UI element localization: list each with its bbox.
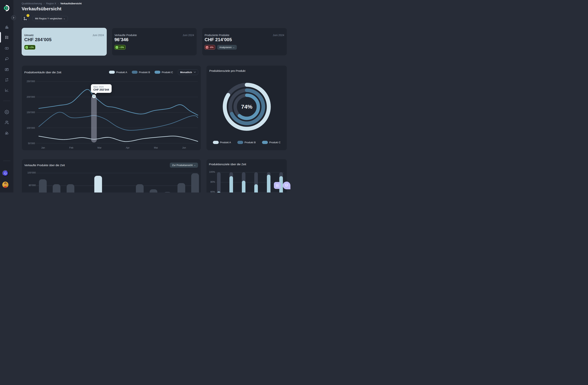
chart-title: Produktionsziele über die Zeit [209,163,284,166]
kpi-card-verkaufte-produkte[interactable]: Verkaufte Produkte Juni 2024 96’346 ↗+3% [112,28,197,56]
dashboard-screen: $ Qualitätssic [0,0,294,192]
sidebar-item-checklist-icon[interactable] [4,35,9,40]
legend-item-produkt-c[interactable]: Produkt C [262,141,280,144]
breadcrumb-item[interactable]: Region X [46,2,56,5]
x-tick-label: Mai [152,146,160,149]
kpi-value: CHF 284’005 [24,37,52,42]
trend-up-icon: ↗ [25,46,28,49]
kpi-period: Juni 2024 [273,34,284,37]
to-product-view-button[interactable]: Zur Produktansicht → [170,163,198,168]
sales-line-chart-card: Produktverkäufe über die Zeit Produkt A … [22,65,201,150]
kpi-label: Verkaufte Produkte [114,34,137,37]
sidebar-expand-button[interactable] [11,15,16,20]
x-tick-label: Jan [39,146,47,149]
kpi-row: Umsatz Juni 2024 CHF 284’005 ↗+2% Verkau… [22,28,287,56]
legend-item-produkt-b[interactable]: Produkt B [237,141,256,144]
legend-swatch [132,71,138,74]
legend-item-produkt-a[interactable]: Produkt A [109,71,127,74]
goal-fill-2[interactable] [230,176,233,192]
compare-region-button[interactable]: Mit Region Y vergleichen → [33,16,68,21]
legend-item-produkt-b[interactable]: Produkt B [132,71,150,74]
goal-fill-5[interactable] [267,175,271,192]
y-tick-label: 50’000 [28,142,35,145]
chat-fab-button[interactable] [283,182,291,189]
y-axis-labels: 250’000200’000150’000100’00050’000 [24,80,35,146]
sidebar-item-sync-icon[interactable] [4,78,9,82]
bell-icon [4,172,7,175]
kpi-delta-badge: ↘-8% [205,45,215,50]
tooltip-date: März 2024 [93,86,109,88]
chart-tooltip: März 2024 CHF 202’344 [91,84,112,93]
grid-line [216,192,284,192]
chart-title: Verkaufte Produkte über die Zeit [24,164,170,167]
breadcrumb-item[interactable]: Qualitätssicherung [22,2,42,5]
tasks-fab-button[interactable] [274,182,281,189]
floating-actions [274,182,291,189]
trend-down-icon: ↘ [206,46,208,49]
sidebar-divider [3,161,10,161]
checklist-icon [275,184,279,187]
kpi-label: Umsatz [24,34,34,37]
sidebar-item-settings-gear-icon[interactable] [4,110,9,114]
header-toolbar: ! Mit Region Y vergleichen → [22,15,68,22]
legend-swatch [154,71,160,74]
analyze-button[interactable]: Analysieren → [217,45,237,50]
breadcrumb-current: Verkaufsübersicht [61,2,82,5]
breadcrumb-separator: › [58,2,59,5]
donut-chart: 74% [221,81,273,133]
chart-legend: Produkt A Produkt B Produkt C [109,71,173,74]
bar-5[interactable] [94,176,102,192]
x-tick-label: Feb [67,146,75,149]
bar-12[interactable] [191,173,199,192]
sidebar-item-bar-chart-icon[interactable] [4,25,9,29]
sidebar-item-users-icon[interactable] [4,120,9,125]
legend-item-produkt-c[interactable]: Produkt C [154,71,173,74]
y-tick-label: 250’000 [27,80,35,83]
bar-9[interactable] [150,189,157,192]
kpi-value: 96’346 [114,37,128,42]
legend-item-produkt-a[interactable]: Produkt A [213,141,231,144]
kpi-card-umsatz[interactable]: Umsatz Juni 2024 CHF 284’005 ↗+2% [22,28,107,56]
legend-swatch [262,141,268,144]
goal-fill-4[interactable] [254,184,258,192]
x-tick-label: Jun [180,146,188,149]
kpi-period: Juni 2024 [92,34,104,37]
workflow-branch-button[interactable]: ! [22,15,28,22]
bar-3[interactable] [67,184,74,192]
legend-swatch [109,71,115,74]
interval-dropdown[interactable]: Monatlich [178,69,198,75]
x-tick-label: Apr [124,146,132,149]
kpi-label: Produzierte Produkte [205,34,230,37]
sidebar-item-comment-icon[interactable] [4,57,9,61]
y-tick-label: 200’000 [27,96,35,98]
svg-text:$: $ [6,47,7,49]
breadcrumb-separator: › [44,2,44,5]
bar-10[interactable] [164,192,171,193]
y-label-wrap: 80’000 [24,170,36,192]
y-tick-label: 80’000 [29,184,36,187]
bar-chart-area: 100’00080’000 [22,170,201,192]
bar-11[interactable] [177,183,185,192]
bar-2[interactable] [53,184,61,192]
page-title: Verkaufsübersicht [22,6,62,11]
y-tick-label: 100’000 [27,127,35,129]
sidebar-item-monitor-chart-icon[interactable] [4,67,9,72]
donut-center-value: 74% [221,81,273,133]
legend-swatch [213,141,219,144]
line-chart-plot: März 2024 CHF 202’344 [39,80,198,146]
user-avatar[interactable] [2,182,8,188]
chevron-right-icon [12,17,15,19]
legend-swatch [237,141,243,144]
bar-1[interactable] [39,179,47,193]
goal-fill-3[interactable] [242,181,245,192]
production-goals-donut-card: Produktionsziele pro Produkt 74% Produkt… [206,65,287,150]
kpi-delta-badge: ↗+2% [24,45,35,50]
sidebar-item-groups-circles-icon[interactable] [4,131,9,135]
bar-8[interactable] [136,184,144,192]
y-tick-label: 60% [210,191,215,192]
sidebar-item-money-icon[interactable]: $ [4,46,9,51]
brand-logo[interactable] [3,5,10,11]
kpi-card-produzierte-produkte[interactable]: Produzierte Produkte Juni 2024 CHF 214’0… [202,28,287,56]
sidebar-item-line-chart-icon[interactable] [4,88,9,93]
notifications-button[interactable] [2,170,8,176]
